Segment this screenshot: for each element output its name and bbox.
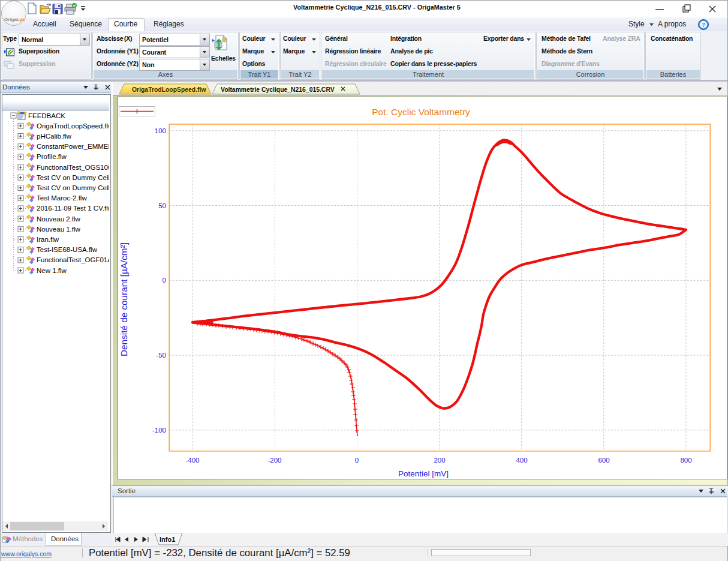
- svg-text:Iran.flw: Iran.flw: [37, 236, 59, 243]
- svg-text:Test-ISE68-USA.flw: Test-ISE68-USA.flw: [37, 246, 98, 253]
- svg-text:Densité de courant [µA/cm²]: Densité de courant [µA/cm²]: [119, 242, 129, 356]
- svg-text:0: 0: [355, 457, 359, 464]
- svg-text:Test Maroc-2.flw: Test Maroc-2.flw: [37, 194, 87, 202]
- svg-text:Test CV on Dummy Cell-: Test CV on Dummy Cell-: [37, 174, 109, 181]
- svg-text:FunctionalTest_OGS100_: FunctionalTest_OGS100_: [37, 164, 109, 171]
- svg-text:Pot. Cyclic Voltammetry: Pot. Cyclic Voltammetry: [372, 107, 470, 117]
- svg-text:-50: -50: [156, 352, 166, 359]
- svg-text:OrigaTrodLoopSpeed.flw: OrigaTrodLoopSpeed.flw: [132, 86, 206, 93]
- svg-text:Info1: Info1: [160, 536, 175, 543]
- svg-text:-100: -100: [152, 427, 166, 434]
- svg-text:FunctionalTest_OGF01A_: FunctionalTest_OGF01A_: [37, 256, 109, 263]
- svg-text:0: 0: [163, 277, 166, 284]
- svg-text:-400: -400: [185, 457, 199, 464]
- svg-text:-200: -200: [267, 457, 281, 464]
- svg-text:2016-11-09 Test 1 CV.flw: 2016-11-09 Test 1 CV.flw: [37, 205, 109, 212]
- svg-text:OrigaTrodLoopSpeed.flw: OrigaTrodLoopSpeed.flw: [37, 122, 109, 130]
- svg-text:Voltammetrie Cyclique_N216_015: Voltammetrie Cyclique_N216_015.CRV: [221, 86, 335, 93]
- svg-text:Nouveau 2.flw: Nouveau 2.flw: [37, 215, 81, 223]
- svg-text:Profile.flw: Profile.flw: [37, 153, 67, 160]
- svg-text:pHCalib.flw: pHCalib.flw: [37, 133, 72, 140]
- svg-text:50: 50: [158, 202, 166, 209]
- svg-text:Nouveau 1.flw: Nouveau 1.flw: [37, 226, 81, 233]
- svg-text:?: ?: [702, 21, 705, 28]
- svg-text:ConstantPower_EMMER: ConstantPower_EMMER: [37, 143, 109, 150]
- svg-text:200: 200: [434, 457, 445, 464]
- svg-text:600: 600: [598, 457, 609, 464]
- svg-text:Test CV on Dummy Cell-: Test CV on Dummy Cell-: [37, 184, 109, 191]
- svg-text:100: 100: [155, 127, 166, 134]
- svg-text:Potentiel [mV]: Potentiel [mV]: [398, 469, 449, 478]
- svg-text:New 1.flw: New 1.flw: [37, 267, 67, 274]
- svg-text:800: 800: [680, 457, 691, 464]
- svg-text:400: 400: [516, 457, 527, 464]
